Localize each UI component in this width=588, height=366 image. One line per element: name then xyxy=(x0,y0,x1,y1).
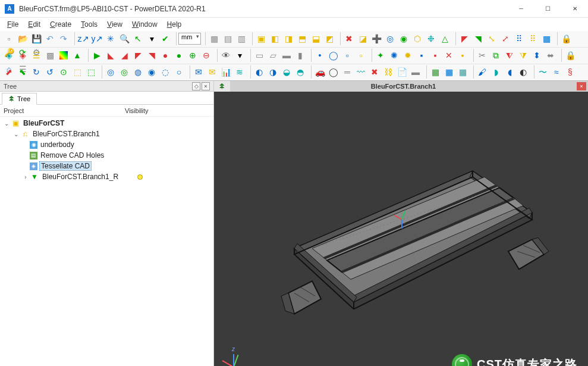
tri-icon[interactable]: △ xyxy=(438,32,451,45)
red-resize-icon[interactable]: ⤢ xyxy=(499,32,512,45)
r3-stats-icon[interactable]: 📊 xyxy=(219,65,232,79)
r3-g3-icon[interactable]: ▦ xyxy=(456,65,469,79)
redo-icon[interactable]: ↷ xyxy=(57,32,70,45)
r2-eye-icon[interactable]: 👁 xyxy=(219,49,232,62)
r2-cut-icon[interactable]: ✂ xyxy=(476,49,489,62)
r2-dot-icon[interactable]: • xyxy=(313,49,326,62)
new-icon[interactable]: ▫ xyxy=(2,32,15,45)
r2-angle4-icon[interactable]: ◥ xyxy=(145,49,158,62)
r2-circsub-icon[interactable]: ⊖ xyxy=(200,49,213,62)
cube4-icon[interactable]: ⬓ xyxy=(309,32,322,45)
r3-nav2-icon[interactable]: ⬉ xyxy=(16,65,29,79)
expand-icon[interactable]: ⌄ xyxy=(12,131,20,137)
blue-pts-icon[interactable]: ⠿ xyxy=(512,32,526,45)
lock-icon[interactable]: 🔒 xyxy=(559,32,573,45)
r3-v2-icon[interactable]: ◑ xyxy=(266,65,279,79)
r3-wave-icon[interactable]: 〜 xyxy=(536,65,549,79)
units-select[interactable]: mm xyxy=(178,33,201,45)
r3-v3-icon[interactable]: ◒ xyxy=(280,65,293,79)
r3-spring-icon[interactable]: § xyxy=(564,65,577,79)
r2-star-icon[interactable]: ✦ xyxy=(374,49,387,62)
axis-y-icon[interactable]: y↗ xyxy=(90,32,103,45)
r2-sq-icon[interactable]: ▫ xyxy=(341,49,354,62)
r3-c4-icon[interactable]: ◉ xyxy=(145,65,158,79)
r3-mail2-icon[interactable]: ✉ xyxy=(206,65,219,79)
menu-file[interactable]: File xyxy=(2,19,23,30)
r3-stats2-icon[interactable]: ≋ xyxy=(233,65,246,79)
r2-yelsq-icon[interactable]: ▪ xyxy=(456,49,469,62)
expand-icon[interactable]: ⌄ xyxy=(2,120,11,127)
r2-lock2-icon[interactable]: 🔒 xyxy=(564,49,577,62)
cal-icon[interactable]: ▦ xyxy=(540,32,553,45)
menu-edit[interactable]: Edit xyxy=(23,19,45,30)
r3-c1-icon[interactable]: ◎ xyxy=(104,65,117,79)
r2-split-icon[interactable]: ⧨ xyxy=(503,49,516,62)
r2-greencirc-icon[interactable]: ● xyxy=(172,49,185,62)
tree-node-remove-holes[interactable]: ▤ Remove CAD Holes xyxy=(0,150,213,161)
cube3-icon[interactable]: ⬒ xyxy=(295,32,309,45)
grid-icon[interactable]: ▦ xyxy=(207,32,221,45)
r3-tab-icon[interactable]: ▬ xyxy=(409,65,422,79)
r2-redx-icon[interactable]: ✕ xyxy=(442,49,455,62)
r2-play-icon[interactable]: ▶ xyxy=(90,49,103,62)
r2-tri-icon[interactable]: ▲ xyxy=(71,49,84,62)
axis-z-icon[interactable]: z↗ xyxy=(77,32,90,45)
layers-icon[interactable]: ▤ xyxy=(221,32,234,45)
r2-angle3-icon[interactable]: ◤ xyxy=(131,49,144,62)
r3-c2-icon[interactable]: ◎ xyxy=(118,65,131,79)
r2-redsq-icon[interactable]: ▪ xyxy=(429,49,442,62)
yel-resize-icon[interactable]: ⤡ xyxy=(485,32,498,45)
check-icon[interactable]: ✔ xyxy=(159,32,172,45)
r3-mail-icon[interactable]: ✉ xyxy=(192,65,205,79)
r3-half-icon[interactable]: ◐ xyxy=(517,65,530,79)
r2-spark-icon[interactable]: ✹ xyxy=(401,49,414,62)
minimize-button[interactable]: ─ xyxy=(508,0,534,18)
r2-sheets-icon[interactable]: ▱ xyxy=(266,49,279,62)
r2-angle2-icon[interactable]: ◢ xyxy=(118,49,131,62)
r2-dd-icon[interactable]: ▾ xyxy=(233,49,246,62)
zoom-icon[interactable]: 🔍 xyxy=(118,32,131,45)
cube5-icon[interactable]: ◩ xyxy=(323,32,336,45)
undo-icon[interactable]: ↶ xyxy=(43,32,56,45)
r3-sel2-icon[interactable]: ⬚ xyxy=(84,65,98,79)
r3-rot-icon[interactable]: ↻ xyxy=(30,65,43,79)
box-yellow-icon[interactable]: ▣ xyxy=(254,32,268,45)
maximize-button[interactable]: ☐ xyxy=(534,0,561,18)
yel-pts-icon[interactable]: ⠿ xyxy=(526,32,539,45)
snap-icon[interactable]: ✳ xyxy=(104,32,117,45)
r3-page-icon[interactable]: 📄 xyxy=(395,65,408,79)
menu-view[interactable]: View xyxy=(102,19,127,30)
r3-car-icon[interactable]: 🚗 xyxy=(313,65,326,79)
r3-tire-icon[interactable]: ◯ xyxy=(327,65,340,79)
r2-angle-icon[interactable]: ◣ xyxy=(104,49,117,62)
tree-close-button[interactable]: × xyxy=(202,82,210,90)
tree-tab[interactable]: ⯭ Tree xyxy=(2,93,37,105)
menu-help[interactable]: Help xyxy=(162,19,187,30)
tree-float-button[interactable]: ◇ xyxy=(192,82,200,90)
r3-g1-icon[interactable]: ▦ xyxy=(429,65,442,79)
r2-circadd-icon[interactable]: ⊕ xyxy=(186,49,199,62)
menu-tools[interactable]: Tools xyxy=(76,19,102,30)
r2-slab-icon[interactable]: ▮ xyxy=(294,49,307,62)
r2-plate-icon[interactable]: ▬ xyxy=(280,49,293,62)
r2-mesh-icon[interactable]: ▩ xyxy=(43,49,56,62)
tree-node-underbody[interactable]: ◉ underbody xyxy=(0,139,213,150)
r2-icon-1[interactable]: ◈ xyxy=(2,49,15,62)
r2-burst-icon[interactable]: ✺ xyxy=(388,49,401,62)
circle-plane-icon[interactable]: ◎ xyxy=(383,32,397,45)
viewport-close-button[interactable]: × xyxy=(577,82,586,90)
del-red-icon[interactable]: ✖ xyxy=(342,32,356,45)
save-icon[interactable]: 💾 xyxy=(30,32,43,45)
visibility-dot-icon[interactable] xyxy=(137,174,143,180)
r3-g2-icon[interactable]: ▦ xyxy=(442,65,455,79)
circle2-icon[interactable]: ◉ xyxy=(397,32,410,45)
menu-window[interactable]: Window xyxy=(127,19,162,30)
r2-box-icon[interactable]: ▫ xyxy=(354,49,367,62)
tree-node-root[interactable]: ⌄ ▣ BleuForCST xyxy=(0,118,213,129)
r2-ring-icon[interactable]: ◯ xyxy=(327,49,340,62)
r3-clip-icon[interactable]: ◖ xyxy=(503,65,516,79)
r3-target-icon[interactable]: ⊙ xyxy=(57,65,70,79)
pointer-icon[interactable]: ↖ xyxy=(131,32,144,45)
r3-brush-icon[interactable]: 🖌 xyxy=(476,65,489,79)
green-diag-icon[interactable]: ◥ xyxy=(471,32,485,45)
